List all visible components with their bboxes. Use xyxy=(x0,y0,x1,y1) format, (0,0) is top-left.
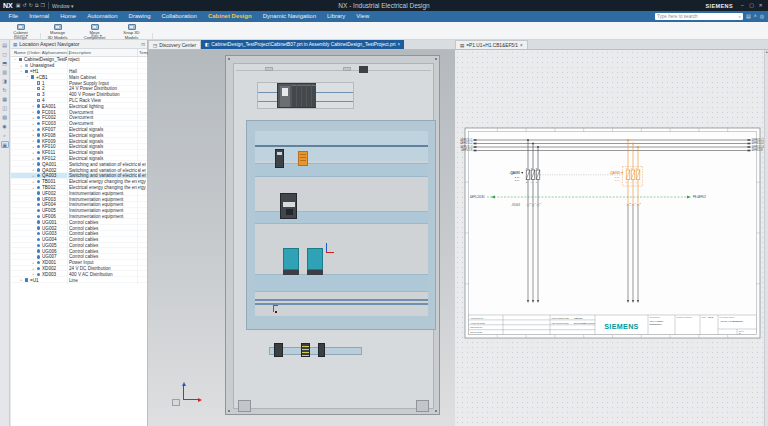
navigator-title: Location Aspect Navigator xyxy=(19,41,79,47)
web-browser-icon[interactable]: ▦ xyxy=(1,96,9,103)
plc-rack[interactable] xyxy=(277,83,316,108)
reuse-library-icon[interactable]: ▥ xyxy=(1,69,9,76)
expand-icon[interactable]: + xyxy=(32,156,34,162)
expand-icon[interactable]: + xyxy=(32,271,34,277)
undock-panel-icon[interactable]: ⊡ xyxy=(141,42,145,47)
expand-icon[interactable]: + xyxy=(32,103,34,109)
selected-component-qa003[interactable] xyxy=(298,151,308,166)
bus-label-left-3: &EF5/1.L3 xyxy=(460,145,473,149)
expand-icon[interactable]: + xyxy=(32,115,34,121)
column-description[interactable]: Description xyxy=(69,49,91,56)
minimize-button[interactable]: – xyxy=(738,0,747,11)
molded-case-breaker[interactable] xyxy=(280,193,297,219)
ribbon: Cabinet DesignManage 3D ModelsMove Compo… xyxy=(0,22,768,40)
tab-label: Discovery Center xyxy=(159,43,196,48)
expand-icon[interactable]: + xyxy=(32,150,34,156)
tree-item-name: Unassigned xyxy=(30,63,54,68)
expand-icon[interactable]: + xyxy=(32,179,34,185)
tree-item-name: UG007 xyxy=(42,254,57,259)
power-supply-1[interactable] xyxy=(283,248,299,270)
close-tab-icon[interactable]: × xyxy=(398,42,401,47)
menu-tab-file[interactable]: File xyxy=(3,11,24,22)
menu-tab-automation[interactable]: Automation xyxy=(82,11,123,22)
cabinet-screw xyxy=(435,58,437,60)
menu-tab-dynamic-navigation[interactable]: Dynamic Navigation xyxy=(257,11,321,22)
menu-tab-internal[interactable]: Internal xyxy=(24,11,55,22)
vertical-scrollbar[interactable]: ▲ xyxy=(764,50,768,426)
expand-icon[interactable]: + xyxy=(20,63,22,69)
active-part-tab[interactable]: ◧CabinetDesign_TestProject\CabinetB07.pr… xyxy=(201,40,404,49)
tree-row-u1[interactable]: +=U1Line xyxy=(11,277,147,283)
close-button[interactable]: ✕ xyxy=(756,0,765,11)
expand-icon[interactable]: + xyxy=(32,260,34,266)
menu-tab-drawing[interactable]: Drawing xyxy=(123,11,156,22)
miniature-circuit-breaker[interactable] xyxy=(275,149,284,168)
terminal-block-3[interactable] xyxy=(318,343,325,357)
wcs-origin-box[interactable] xyxy=(172,399,180,406)
expand-icon[interactable]: + xyxy=(32,138,34,144)
collapse-icon[interactable]: − xyxy=(26,74,28,80)
copy-icon[interactable]: ⧉ xyxy=(35,0,39,11)
roles-icon[interactable]: ◉ xyxy=(1,123,9,130)
collapse-icon[interactable]: − xyxy=(20,69,22,75)
process-studio-icon[interactable]: ◫ xyxy=(1,105,9,112)
view-manager-icon[interactable]: ◨ xyxy=(1,78,9,85)
dev-icon xyxy=(37,226,40,229)
menu-tab-library[interactable]: Library xyxy=(321,11,350,22)
collapse-icon[interactable]: − xyxy=(14,57,16,63)
ribbon-group-edit[interactable]: Edit ▾ xyxy=(41,33,153,39)
minimize-ribbon-icon[interactable]: ˄ xyxy=(754,11,757,22)
undo-icon[interactable]: ↺ xyxy=(22,0,26,11)
expand-icon[interactable]: + xyxy=(32,167,34,173)
command-list-icon[interactable]: ▤ xyxy=(746,11,751,22)
menu-tab-view[interactable]: View xyxy=(351,11,375,22)
window-icon[interactable]: ❒ xyxy=(40,0,44,11)
manufacturing-icon[interactable]: ▧ xyxy=(1,114,9,121)
part-navigator-icon[interactable]: ⬒ xyxy=(1,60,9,67)
save-icon[interactable]: ▣ xyxy=(16,0,21,11)
tree-item-description: Instrumentation equipment xyxy=(69,214,146,219)
schematic-tab[interactable]: ▤ =P1.U1+H1.CB1&EF5/1 × xyxy=(455,40,528,49)
menu-tab-cabinet-design[interactable]: Cabinet Design xyxy=(202,11,257,22)
search-panel-icon[interactable]: ⌕ xyxy=(1,132,9,139)
siemens-brand: SIEMENS xyxy=(705,3,733,9)
discovery-center-tab[interactable]: ◳Discovery Center xyxy=(148,40,201,49)
tree-item-description: Electrical signals xyxy=(69,133,146,138)
power-supply-2[interactable] xyxy=(307,248,323,270)
graphics-viewport-schematic[interactable]: &EF5/1.L1&EF6/1.L1&EF5/1.L2&EF6/1.L2&EF5… xyxy=(455,50,768,426)
expand-icon[interactable]: + xyxy=(32,266,34,272)
window-menu[interactable]: Window ▾ xyxy=(52,3,74,9)
assembly-navigator-icon[interactable]: ▤ xyxy=(1,42,9,49)
command-search-input[interactable]: Type here to search ⌕ xyxy=(655,13,743,21)
expand-icon[interactable]: + xyxy=(20,277,22,283)
tree-item-name: QA001 xyxy=(42,162,56,167)
constraint-navigator-icon[interactable]: ◻ xyxy=(1,51,9,58)
expand-icon[interactable]: + xyxy=(32,109,34,115)
ribbon-group-insert[interactable]: Insert ▾ xyxy=(2,33,41,39)
close-tab-icon[interactable]: × xyxy=(520,43,523,48)
cabinet-mounting-panel xyxy=(233,63,434,409)
redo-icon[interactable]: ↻ xyxy=(29,0,33,11)
expand-icon[interactable]: + xyxy=(32,121,34,127)
expand-icon[interactable]: + xyxy=(32,185,34,191)
menu-tab-home[interactable]: Home xyxy=(55,11,82,22)
restore-button[interactable]: ▢ xyxy=(747,0,756,11)
schematic-sheet: &EF5/1.L1&EF6/1.L1&EF5/1.L2&EF6/1.L2&EF5… xyxy=(455,50,768,426)
cabinet-3d-model[interactable] xyxy=(225,55,440,415)
location-aspect-navigator-icon[interactable]: ▣ xyxy=(1,141,9,148)
title-bar: NX - Industrial Electrical Design NX ▣↺↻… xyxy=(0,0,768,11)
expand-icon[interactable]: + xyxy=(32,173,34,179)
terminal-block-2[interactable] xyxy=(301,343,310,357)
expand-icon[interactable]: + xyxy=(32,161,34,167)
menu-tab-collaboration[interactable]: Collaboration xyxy=(156,11,202,22)
expand-icon[interactable]: + xyxy=(32,144,34,150)
expand-icon[interactable]: + xyxy=(32,132,34,138)
tree-item-description: Electrical signals xyxy=(69,139,146,144)
history-icon[interactable]: ↻ xyxy=(1,87,9,94)
menubar-right-icons: ▤˄◎ xyxy=(746,11,764,22)
dev-icon xyxy=(37,255,40,258)
help-icon[interactable]: ◎ xyxy=(760,11,764,22)
graphics-viewport-3d[interactable] xyxy=(148,50,455,426)
expand-icon[interactable]: + xyxy=(32,127,34,133)
terminal-block-1[interactable] xyxy=(274,343,283,357)
